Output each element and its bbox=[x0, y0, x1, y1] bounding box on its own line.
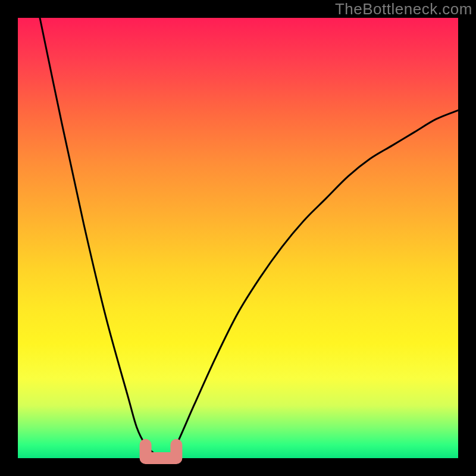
watermark-text: TheBottleneck.com bbox=[335, 0, 472, 18]
chart-frame: TheBottleneck.com bbox=[0, 0, 476, 476]
bottleneck-curve bbox=[40, 18, 458, 459]
optimal-marker bbox=[146, 445, 177, 458]
curve-layer bbox=[18, 18, 458, 458]
